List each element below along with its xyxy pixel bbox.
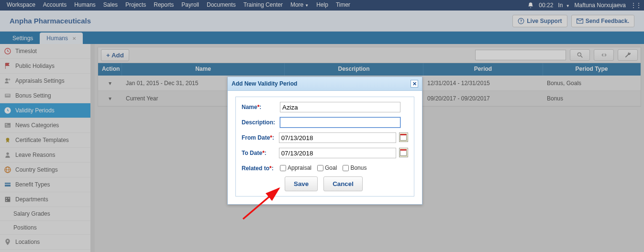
sidebar-item-validity-periods[interactable]: Validity Periods (0, 103, 90, 118)
company-bar: Anpha Pharmaceuticals ? Live Support Sen… (0, 11, 644, 32)
sidebar-resizer[interactable] (91, 44, 95, 252)
cell-type: Bonus, Goals (543, 80, 641, 87)
nav-projects[interactable]: Projects (122, 0, 150, 11)
sidebar-item-departments[interactable]: Departments (0, 192, 90, 207)
name-input[interactable] (280, 102, 400, 112)
clock-icon (4, 47, 11, 55)
svg-point-5 (8, 78, 10, 80)
bell-icon[interactable] (527, 2, 534, 9)
sidebar-item-country-settings[interactable]: Country Settings (0, 163, 90, 177)
page-tabs: Settings Humans ✕ (0, 32, 644, 44)
sidebar-item-label: Salary Grades (13, 210, 50, 217)
nav-humans[interactable]: Humans (70, 0, 100, 11)
to-date-input[interactable] (279, 148, 396, 158)
bonus-checkbox-label: Bonus (350, 164, 366, 171)
expand-icon[interactable]: ▾ (109, 95, 111, 102)
from-date-input[interactable] (279, 132, 396, 143)
sidebar-item-appraisals-settings[interactable]: Appraisals Settings (0, 74, 90, 88)
add-button[interactable]: + Add (101, 49, 129, 61)
nav-payroll[interactable]: Payroll (178, 0, 203, 11)
sidebar-item-news-categories[interactable]: News Categories (0, 118, 90, 133)
settings-button[interactable] (618, 49, 638, 61)
sidebar-item-certificate-templates[interactable]: Certificate Templates (0, 133, 90, 148)
sidebar-item-label: Public Holidays (15, 63, 55, 69)
timer-value: 00:22 (539, 2, 553, 9)
header-action: Action (98, 63, 122, 76)
nav-workspace[interactable]: Workspace (3, 0, 39, 11)
expand-icon[interactable]: ▾ (109, 80, 111, 87)
svg-rect-10 (5, 124, 7, 124)
sidebar-item-salary-grades[interactable]: Salary Grades (0, 207, 90, 221)
sidebar-item-timeslot[interactable]: Timeslot (0, 44, 90, 59)
sidebar-item-label: Certificate Templates (15, 137, 69, 143)
leave-icon (4, 151, 11, 159)
tab-humans[interactable]: Humans ✕ (40, 33, 83, 44)
search-button[interactable] (570, 49, 590, 61)
appraisal-checkbox-input[interactable] (280, 165, 286, 171)
dialog-title: Add New Validity Period (232, 80, 297, 87)
sidebar-item-label: Timeslot (15, 48, 37, 55)
nav-training[interactable]: Training Center (240, 0, 287, 11)
dialog-titlebar[interactable]: Add New Validity Period ✕ (228, 77, 422, 91)
svg-rect-20 (5, 197, 11, 202)
nav-accounts[interactable]: Accounts (39, 0, 70, 11)
svg-point-4 (5, 78, 8, 81)
save-button[interactable]: Save (285, 176, 318, 191)
dialog-close-button[interactable]: ✕ (411, 80, 418, 88)
clock-status[interactable]: In ▼ (558, 2, 569, 9)
header-period[interactable]: Period (423, 63, 543, 76)
header-description[interactable]: Description (285, 63, 423, 76)
svg-point-14 (6, 153, 9, 155)
add-validity-dialog: Add New Validity Period ✕ Name*: Descrip… (227, 77, 422, 205)
tab-settings[interactable]: Settings (6, 33, 40, 44)
nav-sales[interactable]: Sales (100, 0, 122, 11)
sidebar-item-bonus-setting[interactable]: Bonus Setting (0, 88, 90, 103)
from-date-label: From Date*: (242, 132, 279, 141)
appraisal-checkbox[interactable]: Appraisal (280, 164, 311, 171)
send-feedback-button[interactable]: Send Feedback. (571, 15, 634, 27)
sidebar-item-locations[interactable]: Locations (0, 235, 90, 250)
svg-rect-19 (5, 184, 11, 185)
header-name[interactable]: Name (122, 63, 285, 76)
close-icon[interactable]: ✕ (72, 36, 76, 41)
nav-documents[interactable]: Documents (203, 0, 240, 11)
nav-help[interactable]: Help (312, 0, 332, 11)
bonus-checkbox-input[interactable] (343, 165, 349, 171)
refresh-button[interactable] (594, 49, 614, 61)
search-icon (577, 52, 583, 58)
news-icon (4, 121, 11, 129)
validity-icon (4, 107, 11, 114)
sidebar-item-label: Benefit Types (15, 181, 50, 188)
sidebar-item-positions[interactable]: Positions (0, 221, 90, 235)
send-feedback-label: Send Feedback. (586, 18, 629, 24)
more-icon[interactable]: ⋮⋮ (631, 2, 641, 9)
search-input[interactable] (475, 50, 566, 60)
sidebar-item-public-holidays[interactable]: Public Holidays (0, 59, 90, 74)
sidebar-item-label: Positions (13, 224, 37, 231)
calendar-icon[interactable] (399, 132, 408, 142)
live-support-button[interactable]: ? Live Support (512, 15, 567, 27)
clock-status-label: In (558, 2, 563, 9)
loc-icon (4, 238, 11, 246)
goal-checkbox-input[interactable] (317, 165, 323, 171)
svg-rect-11 (5, 125, 10, 126)
svg-point-25 (577, 53, 581, 56)
svg-point-24 (7, 240, 8, 241)
header-type[interactable]: Period Type (543, 63, 641, 76)
sidebar-item-label: Departments (15, 196, 48, 203)
svg-rect-7 (6, 95, 10, 95)
cell-type: Bonus (543, 95, 641, 102)
user-name[interactable]: Maftuna Norxujaeva (575, 2, 626, 9)
cancel-button[interactable]: Cancel (323, 176, 363, 191)
sidebar-item-benefit-types[interactable]: Benefit Types (0, 177, 90, 192)
nav-more[interactable]: More▼ (287, 0, 312, 11)
nav-reports[interactable]: Reports (150, 0, 178, 11)
appraisal-icon (4, 77, 11, 85)
nav-timer[interactable]: Timer (332, 0, 354, 11)
goal-checkbox[interactable]: Goal (317, 164, 337, 171)
description-input[interactable] (280, 117, 400, 128)
svg-rect-21 (6, 198, 7, 199)
bonus-checkbox[interactable]: Bonus (343, 164, 366, 171)
calendar-icon[interactable] (399, 148, 408, 157)
sidebar-item-leave-reasons[interactable]: Leave Reasons (0, 148, 90, 163)
